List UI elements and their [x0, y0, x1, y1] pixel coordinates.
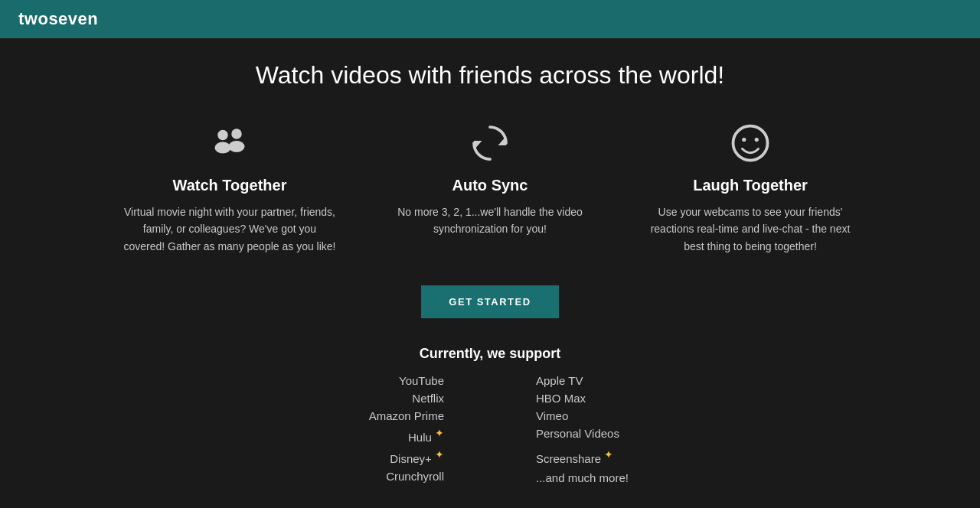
svg-point-7: [742, 138, 746, 142]
support-section: Currently, we support YouTube Apple TV N…: [15, 346, 965, 484]
logo: twoseven: [18, 9, 98, 29]
svg-point-1: [215, 142, 231, 154]
svg-point-3: [229, 141, 245, 152]
support-item-vimeo: Vimeo: [536, 409, 629, 422]
support-item-hbo: HBO Max: [536, 392, 629, 405]
support-item-netflix: Netflix: [351, 392, 444, 405]
disney-star-icon: ✦: [435, 448, 444, 461]
support-title: Currently, we support: [420, 346, 561, 362]
watch-together-desc: Virtual movie night with your partner, f…: [122, 204, 337, 255]
hero-title: Watch videos with friends across the wor…: [256, 61, 724, 90]
support-item-youtube: YouTube: [351, 374, 444, 387]
support-grid: YouTube Apple TV Netflix HBO Max Amazon …: [351, 374, 629, 484]
support-item-screenshare: Screenshare ✦: [536, 448, 629, 465]
screenshare-star-icon: ✦: [604, 448, 613, 461]
support-item-crunchyroll: Crunchyroll: [351, 470, 444, 484]
svg-point-2: [231, 129, 242, 139]
get-started-button[interactable]: GET STARTED: [421, 285, 558, 318]
people-icon: [207, 120, 253, 166]
feature-watch-together: Watch Together Virtual movie night with …: [122, 120, 337, 255]
support-item-amazon: Amazon Prime: [351, 409, 444, 422]
support-item-disney: Disney+ ✦: [351, 448, 444, 465]
support-item-hulu: Hulu ✦: [351, 427, 444, 444]
smile-icon: [727, 120, 773, 166]
hulu-star-icon: ✦: [435, 427, 444, 439]
laugh-together-title: Laugh Together: [693, 177, 808, 194]
header: twoseven: [0, 0, 980, 38]
auto-sync-desc: No more 3, 2, 1...we'll handle the video…: [383, 204, 597, 238]
svg-point-6: [733, 126, 768, 161]
feature-laugh-together: Laugh Together Use your webcams to see y…: [643, 120, 858, 255]
svg-point-0: [217, 130, 228, 141]
feature-auto-sync: Auto Sync No more 3, 2, 1...we'll handle…: [383, 120, 597, 255]
auto-sync-title: Auto Sync: [452, 177, 528, 194]
features-row: Watch Together Virtual movie night with …: [69, 120, 911, 255]
svg-point-8: [755, 138, 759, 142]
main-content: Watch videos with friends across the wor…: [0, 38, 980, 500]
support-item-more: ...and much more!: [536, 471, 629, 484]
sync-icon: [467, 120, 513, 166]
support-item-apple-tv: Apple TV: [536, 374, 629, 387]
support-item-personal: Personal Videos: [536, 427, 629, 444]
watch-together-title: Watch Together: [173, 177, 287, 194]
laugh-together-desc: Use your webcams to see your friends' re…: [643, 204, 858, 255]
